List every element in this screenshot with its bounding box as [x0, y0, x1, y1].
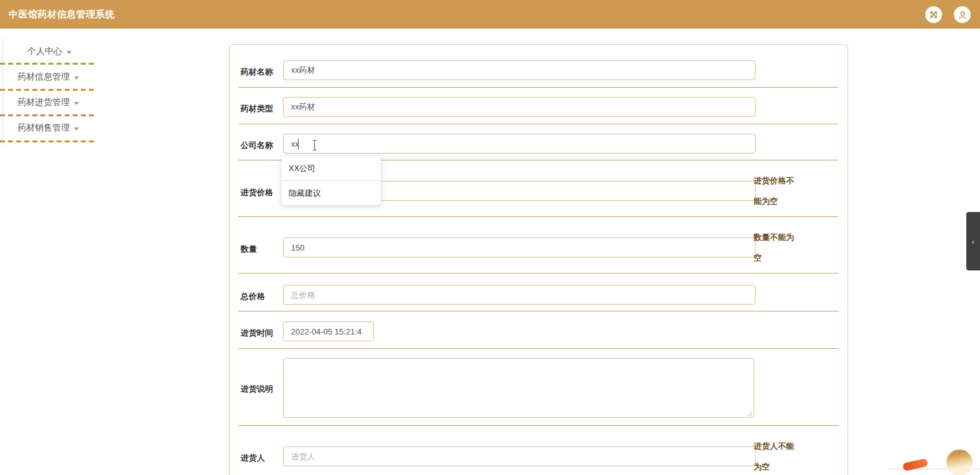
suggestion-item-company[interactable]: XX公司 — [282, 156, 381, 180]
row-divider — [238, 87, 838, 88]
row-divider — [238, 216, 838, 217]
fullscreen-icon — [929, 10, 938, 19]
field-label-purchase-time: 进货时间 — [241, 328, 273, 339]
sidebar-item-sales-mgmt[interactable]: 药材销售管理 — [17, 122, 79, 134]
sidebar-item-purchase-mgmt[interactable]: 药材进货管理 — [17, 97, 79, 108]
purchase-time-input[interactable] — [283, 321, 374, 341]
quantity-input[interactable] — [283, 238, 756, 257]
chevron-down-icon — [74, 102, 79, 105]
field-label-total-price: 总价格 — [241, 291, 265, 302]
medicine-name-input[interactable] — [283, 60, 756, 80]
text-caret — [298, 139, 298, 149]
row-divider — [238, 273, 838, 274]
app-header: 中医馆药材信息管理系统 — [0, 0, 980, 29]
chevron-down-icon — [74, 76, 79, 80]
quantity-error: 数量不能为空 — [754, 227, 797, 268]
medicine-type-input[interactable] — [283, 97, 756, 117]
purchaser-error: 进货人不能为空 — [754, 436, 797, 475]
field-label-purchase-notes: 进货说明 — [241, 384, 273, 395]
sidebar-item-label: 药材信息管理 — [17, 71, 70, 83]
user-menu-button[interactable] — [954, 6, 971, 23]
field-label-purchaser: 进货人 — [241, 453, 265, 464]
company-name-input[interactable] — [283, 134, 756, 154]
sidebar-item-label: 个人中心 — [27, 46, 62, 57]
dashed-divider — [0, 114, 96, 116]
watermark-ball — [946, 450, 973, 475]
dashed-divider — [0, 89, 96, 91]
dashed-divider — [0, 63, 96, 65]
field-label-medicine-type: 药材类型 — [241, 103, 273, 114]
field-label-quantity: 数量 — [241, 244, 257, 255]
sidebar-item-medicine-info[interactable]: 药材信息管理 — [17, 71, 79, 83]
user-icon — [958, 10, 968, 20]
row-divider — [238, 425, 838, 426]
chevron-down-icon — [74, 127, 79, 131]
sidebar-item-label: 药材销售管理 — [17, 122, 70, 134]
purchase-price-error: 进货价格不能为空 — [754, 170, 797, 211]
dashed-divider — [0, 141, 96, 142]
chevron-down-icon — [67, 51, 72, 54]
app-title: 中医馆药材信息管理系统 — [9, 9, 115, 21]
company-suggestions-dropdown: XX公司 隐藏建议 — [281, 155, 381, 205]
suggestion-item-hide[interactable]: 隐藏建议 — [282, 180, 381, 205]
resize-grip-icon[interactable] — [746, 410, 753, 417]
row-divider — [238, 124, 838, 124]
field-label-medicine-name: 药材名称 — [241, 67, 273, 78]
chevron-left-icon: ‹ — [972, 238, 974, 246]
field-label-purchase-price: 进货价格 — [241, 187, 273, 198]
ibeam-cursor — [311, 139, 318, 151]
sidebar-border — [2, 39, 3, 145]
row-divider — [238, 311, 838, 311]
purchaser-input[interactable] — [283, 446, 756, 466]
field-label-company-name: 公司名称 — [241, 140, 273, 151]
fullscreen-button[interactable] — [925, 6, 942, 23]
sidebar-item-personal-center[interactable]: 个人中心 — [27, 46, 72, 57]
purchase-notes-textarea[interactable] — [283, 358, 754, 418]
total-price-input[interactable] — [283, 285, 756, 305]
sidebar-item-label: 药材进货管理 — [17, 97, 70, 108]
row-divider — [238, 348, 838, 349]
collapse-panel-tab[interactable]: ‹ — [966, 212, 980, 270]
